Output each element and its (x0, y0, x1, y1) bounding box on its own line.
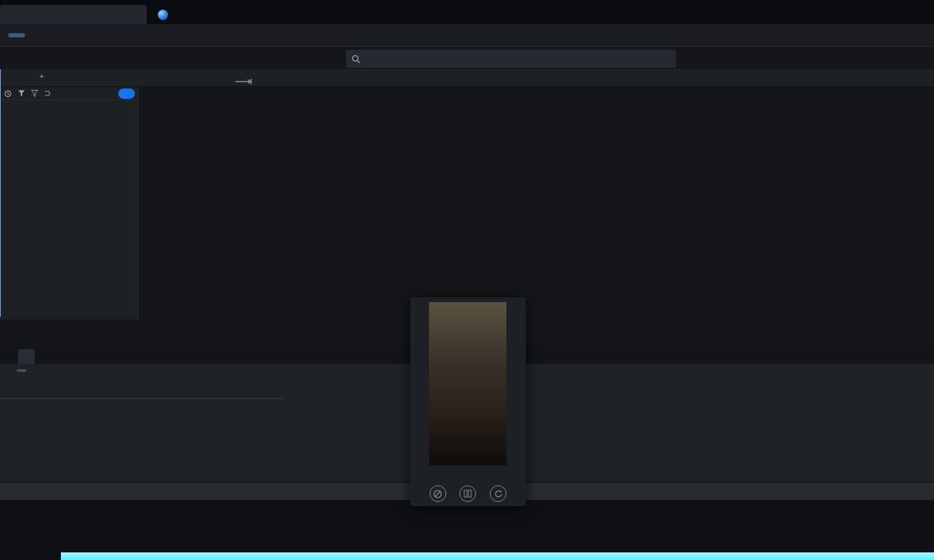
replay-button[interactable] (490, 485, 506, 502)
tab-welcome[interactable] (149, 5, 181, 24)
frame-screenshot[interactable] (429, 302, 506, 465)
selection-line-right[interactable] (0, 69, 1, 317)
track-controls-row (0, 87, 138, 100)
main-nav (0, 24, 934, 47)
report-button[interactable] (459, 485, 476, 502)
view-tab-slices[interactable] (17, 369, 26, 372)
bottom-highlight-bar[interactable] (61, 552, 934, 560)
disable-icon (433, 489, 442, 498)
search-icon (351, 55, 360, 64)
history-icon[interactable] (4, 90, 12, 97)
selection-duration-marker (233, 79, 252, 84)
filter-outline-icon[interactable] (31, 90, 38, 97)
track-list-gutter (0, 87, 138, 319)
nav-tab-system[interactable] (8, 33, 25, 37)
ruler-ticks (138, 69, 934, 87)
report-icon (464, 489, 472, 498)
timeline-canvas[interactable] (138, 87, 934, 319)
agi-system-profiler-window: + (0, 0, 934, 560)
measure-arrow-icon (235, 79, 252, 84)
selection-table-header[interactable] (0, 386, 284, 399)
filter-icon[interactable] (18, 90, 25, 97)
search-bar[interactable] (346, 50, 676, 68)
process-tree-icon (44, 90, 52, 97)
replay-icon (494, 489, 503, 498)
search-input[interactable] (365, 54, 670, 64)
tab-capture[interactable] (0, 5, 147, 24)
view-tab-slice-flamegraph[interactable] (55, 369, 65, 372)
filmstrip-background (0, 500, 934, 560)
current-selection-tab[interactable] (18, 349, 35, 364)
track-count-pill[interactable] (118, 88, 135, 99)
device-selector[interactable] (44, 90, 55, 97)
view-tab-pivot-table[interactable] (36, 369, 46, 372)
timeline-ruler[interactable]: + (0, 69, 934, 87)
disable-button[interactable] (430, 485, 446, 502)
zoom-plus-icon[interactable]: + (39, 72, 44, 80)
frame-preview-popup (410, 297, 526, 506)
welcome-logo-icon (158, 10, 168, 20)
capture-tab-strip (0, 0, 934, 24)
